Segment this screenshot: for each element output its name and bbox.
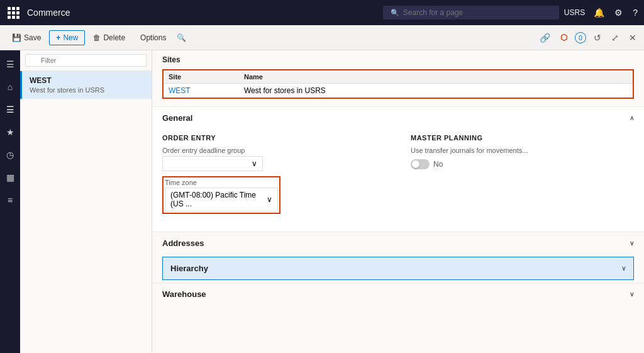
sidebar-item-subtitle: West for stores in USRS <box>30 86 144 94</box>
toggle-label: No <box>433 160 443 169</box>
master-planning-title: MASTER PLANNING <box>411 134 634 142</box>
addresses-chevron-icon: ∨ <box>630 240 634 247</box>
grid-icon-wrapper[interactable] <box>5 4 22 21</box>
nav-clock-icon[interactable]: ◷ <box>3 146 18 164</box>
nav-lines-icon[interactable]: ≡ <box>4 191 16 209</box>
site-id-cell[interactable]: WEST <box>164 84 239 98</box>
nav-hamburger-icon[interactable]: ☰ <box>3 55 18 73</box>
transfer-toggle[interactable] <box>411 159 430 169</box>
options-button[interactable]: Options <box>133 30 173 45</box>
timezone-chevron-icon: ∨ <box>267 195 272 204</box>
content-area: Sites Site Name WEST West for stores in … <box>152 50 644 353</box>
link-icon[interactable]: 🔗 <box>537 30 553 45</box>
timezone-value: (GMT-08:00) Pacific Time (US ... <box>170 191 267 208</box>
office-icon[interactable]: ⬡ <box>558 30 570 45</box>
nav-star-icon[interactable]: ★ <box>3 123 18 141</box>
main-layout: ☰ ⌂ ☰ ★ ◷ ▦ ≡ 🔍 WEST West for stores in … <box>0 50 644 353</box>
deadline-label: Order entry deadline group <box>162 147 386 154</box>
toggle-thumb <box>412 160 419 168</box>
warehouse-section: Warehouse ∨ <box>152 283 644 305</box>
badge-icon[interactable]: 0 <box>575 32 586 43</box>
sites-table-header: Site Name <box>164 70 633 84</box>
new-button[interactable]: + New <box>49 30 85 45</box>
delete-button[interactable]: 🗑 Delete <box>86 30 132 45</box>
search-icon: 🔍 <box>391 9 399 17</box>
timezone-wrapper: Time zone (GMT-08:00) Pacific Time (US .… <box>162 176 280 214</box>
general-header[interactable]: General ∧ <box>152 107 644 129</box>
nav-list-icon[interactable]: ☰ <box>3 101 18 118</box>
deadline-chevron-icon: ∨ <box>252 159 257 168</box>
sidebar-filter-area: 🔍 <box>20 50 152 71</box>
sites-header: Sites <box>152 50 644 69</box>
top-bar: Commerce 🔍 USRS 🔔 ⚙ ? <box>0 0 644 25</box>
top-bar-right: USRS 🔔 ⚙ ? <box>564 6 639 19</box>
nav-chart-icon[interactable]: ▦ <box>3 169 18 186</box>
plus-icon: + <box>56 33 60 42</box>
addresses-header[interactable]: Addresses ∨ <box>152 232 644 254</box>
warehouse-chevron-icon: ∨ <box>630 291 634 298</box>
timezone-label: Time zone <box>165 179 278 186</box>
timezone-select[interactable]: (GMT-08:00) Pacific Time (US ... ∨ <box>165 188 278 211</box>
deadline-select[interactable]: ∨ <box>162 156 263 171</box>
toggle-row: No <box>411 159 634 169</box>
order-entry-group: ORDER ENTRY Order entry deadline group ∨… <box>162 134 386 214</box>
help-icon[interactable]: ? <box>631 6 639 19</box>
toolbar-right: 🔗 ⬡ 0 ↺ ⤢ ✕ <box>537 30 639 45</box>
app-title: Commerce <box>27 8 378 18</box>
warehouse-header[interactable]: Warehouse ∨ <box>152 283 644 305</box>
addresses-section: Addresses ∨ <box>152 232 644 254</box>
sidebar-item-west[interactable]: WEST West for stores in USRS <box>20 71 152 99</box>
filter-input[interactable] <box>25 54 147 67</box>
nav-home-icon[interactable]: ⌂ <box>4 78 16 96</box>
expand-icon[interactable]: ⤢ <box>609 30 621 45</box>
sidebar-item-title: WEST <box>30 76 144 85</box>
toolbar: 💾 Save + New 🗑 Delete Options 🔍 🔗 ⬡ 0 ↺ … <box>0 25 644 50</box>
search-input[interactable] <box>403 8 541 17</box>
general-content: ORDER ENTRY Order entry deadline group ∨… <box>152 129 644 232</box>
delete-icon: 🗑 <box>93 33 101 42</box>
col-name: Name <box>239 70 633 83</box>
table-row[interactable]: WEST West for stores in USRS <box>164 84 633 98</box>
refresh-icon[interactable]: ↺ <box>591 30 604 45</box>
general-fields-row: ORDER ENTRY Order entry deadline group ∨… <box>162 134 634 214</box>
transfer-label: Use transfer journals for movements... <box>411 147 634 154</box>
col-site: Site <box>164 70 239 83</box>
hierarchy-chevron-icon: ∨ <box>621 265 626 272</box>
left-nav: ☰ ⌂ ☰ ★ ◷ ▦ ≡ <box>0 50 20 353</box>
grid-icon <box>5 4 22 21</box>
save-icon: 💾 <box>12 33 21 42</box>
close-icon[interactable]: ✕ <box>626 30 639 45</box>
save-button[interactable]: 💾 Save <box>5 30 48 45</box>
gear-icon[interactable]: ⚙ <box>613 6 624 19</box>
sidebar: 🔍 WEST West for stores in USRS <box>20 50 152 353</box>
bell-icon[interactable]: 🔔 <box>592 6 606 19</box>
search-bar[interactable]: 🔍 <box>383 6 559 20</box>
sites-table: Site Name WEST West for stores in USRS <box>162 69 634 99</box>
general-section: General ∧ ORDER ENTRY Order entry deadli… <box>152 106 644 232</box>
hierarchy-section-wrapper: Hierarchy ∨ <box>157 257 639 280</box>
filter-wrapper: 🔍 <box>25 54 147 67</box>
site-name-cell[interactable]: West for stores in USRS <box>239 84 633 98</box>
hierarchy-header[interactable]: Hierarchy ∨ <box>162 257 634 280</box>
user-label: USRS <box>564 8 585 17</box>
general-chevron-up-icon: ∧ <box>630 115 634 121</box>
master-planning-group: MASTER PLANNING Use transfer journals fo… <box>411 134 634 214</box>
order-entry-title: ORDER ENTRY <box>162 134 386 142</box>
toolbar-search-icon[interactable]: 🔍 <box>177 33 186 42</box>
